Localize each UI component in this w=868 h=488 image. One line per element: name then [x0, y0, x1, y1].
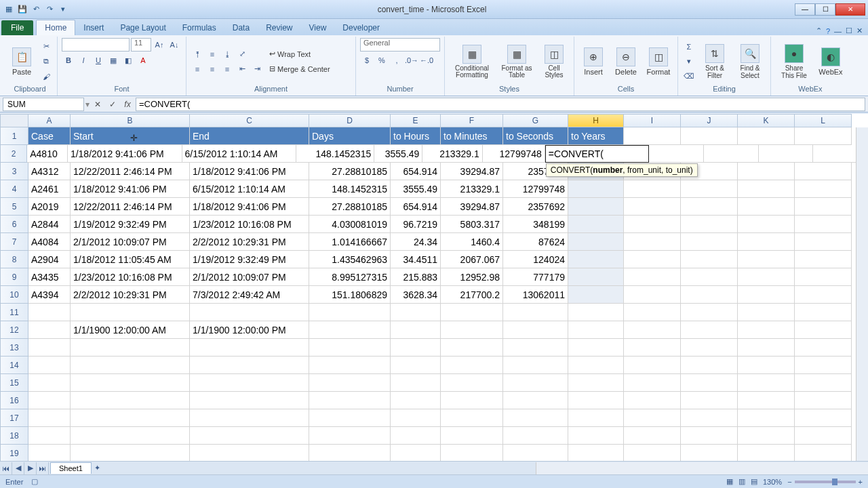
font-size-combo[interactable]: 11 — [131, 38, 151, 52]
cell-I1[interactable] — [624, 127, 681, 145]
cell-D14[interactable] — [309, 357, 391, 374]
cell-H14[interactable] — [568, 357, 624, 374]
cell-J13[interactable] — [681, 339, 738, 357]
cell-L8[interactable] — [795, 251, 852, 268]
cell-J5[interactable] — [681, 198, 738, 216]
row-header[interactable]: 19 — [0, 445, 28, 461]
cell-B12[interactable]: 1/1/1900 12:00:00 AM — [71, 321, 190, 339]
cell-K11[interactable] — [738, 304, 795, 321]
column-header-G[interactable]: G — [503, 114, 568, 127]
cell-A3[interactable]: A4312 — [28, 163, 71, 180]
cell-G6[interactable]: 348199 — [503, 216, 568, 233]
align-middle-icon[interactable]: ≡ — [205, 47, 219, 61]
cell-H8[interactable] — [568, 251, 624, 268]
cell-G8[interactable]: 124024 — [503, 251, 568, 268]
cell-G1[interactable]: to Seconds — [503, 127, 568, 145]
cell-H12[interactable] — [568, 321, 624, 339]
cell-G17[interactable] — [503, 409, 568, 427]
cell-D13[interactable] — [309, 339, 391, 357]
align-top-icon[interactable]: ⭱ — [191, 47, 204, 61]
copy-icon[interactable]: ⧉ — [39, 55, 53, 68]
sheet-nav-last-icon[interactable]: ⏭ — [37, 462, 49, 474]
align-right-icon[interactable]: ≡ — [220, 62, 234, 76]
column-header-A[interactable]: A — [28, 114, 71, 127]
zoom-out-icon[interactable]: − — [787, 478, 791, 486]
sheet-tab[interactable]: Sheet1 — [50, 462, 92, 474]
column-header-F[interactable]: F — [441, 114, 503, 127]
cell-E5[interactable]: 654.914 — [391, 198, 441, 216]
cell-C8[interactable]: 1/19/2012 9:32:49 PM — [190, 251, 309, 268]
cell-L16[interactable] — [795, 392, 852, 409]
cell-F19[interactable] — [441, 445, 503, 461]
cell-B8[interactable]: 1/18/2012 11:05:45 AM — [71, 251, 190, 268]
decrease-decimal-icon[interactable]: ←.0 — [420, 54, 433, 67]
cell-G15[interactable] — [503, 374, 568, 392]
format-cells-button[interactable]: ◫Format — [644, 46, 673, 77]
cell-A14[interactable] — [28, 357, 71, 374]
cell-I18[interactable] — [624, 427, 681, 445]
workbook-minimize-icon[interactable]: — — [834, 27, 842, 35]
macro-icon[interactable]: ▢ — [31, 477, 38, 486]
select-all-corner[interactable] — [0, 114, 28, 127]
cell-H18[interactable] — [568, 427, 624, 445]
font-name-combo[interactable] — [62, 38, 130, 52]
cell-K9[interactable] — [738, 268, 795, 286]
increase-decimal-icon[interactable]: .0→ — [405, 54, 418, 67]
new-sheet-icon[interactable]: ✦ — [94, 464, 100, 472]
sheet-nav-next-icon[interactable]: ▶ — [24, 462, 37, 474]
cell-G4[interactable]: 12799748 — [503, 180, 568, 198]
cell-K6[interactable] — [738, 216, 795, 233]
view-pagebreak-icon[interactable]: ▤ — [751, 477, 757, 486]
cell-G19[interactable] — [503, 445, 568, 461]
cell-K16[interactable] — [738, 392, 795, 409]
cell-B3[interactable]: 12/22/2011 2:46:14 PM — [71, 163, 190, 180]
formulas-tab[interactable]: Formulas — [174, 20, 224, 35]
cell-I10[interactable] — [624, 286, 681, 304]
cell-K5[interactable] — [738, 198, 795, 216]
wrap-text-button[interactable]: ↩Wrap Text — [267, 47, 333, 61]
cell-A2[interactable]: A4810 — [27, 145, 68, 163]
cell-J12[interactable] — [681, 321, 738, 339]
cell-A18[interactable] — [28, 427, 71, 445]
row-header[interactable]: 10 — [0, 286, 28, 304]
cell-F4[interactable]: 213329.1 — [441, 180, 503, 198]
cell-B10[interactable]: 2/2/2012 10:29:31 PM — [71, 286, 190, 304]
view-tab[interactable]: View — [301, 20, 335, 35]
cell-B9[interactable]: 1/23/2012 10:16:08 PM — [71, 268, 190, 286]
row-header[interactable]: 5 — [0, 198, 28, 216]
cell-A6[interactable]: A2844 — [28, 216, 71, 233]
number-format-combo[interactable]: General — [360, 38, 440, 52]
cell-F15[interactable] — [441, 374, 503, 392]
cell-L6[interactable] — [795, 216, 852, 233]
cell-K13[interactable] — [738, 339, 795, 357]
cell-E13[interactable] — [391, 339, 441, 357]
cell-D9[interactable]: 8.995127315 — [309, 268, 391, 286]
cell-L7[interactable] — [795, 233, 852, 251]
cell-G14[interactable] — [503, 357, 568, 374]
cell-H6[interactable] — [568, 216, 624, 233]
cell-B15[interactable] — [71, 374, 190, 392]
cell-J6[interactable] — [681, 216, 738, 233]
help-icon[interactable]: ? — [826, 27, 830, 35]
row-header[interactable]: 17 — [0, 409, 28, 427]
cell-C10[interactable]: 7/3/2012 2:49:42 AM — [190, 286, 309, 304]
row-header[interactable]: 1 — [0, 127, 28, 145]
cell-K19[interactable] — [738, 445, 795, 461]
cell-C11[interactable] — [190, 304, 309, 321]
cell-D2[interactable]: 148.1452315 — [296, 145, 374, 163]
cell-E1[interactable]: to Hours — [391, 127, 441, 145]
cell-L9[interactable] — [795, 268, 852, 286]
row-header[interactable]: 15 — [0, 374, 28, 392]
cell-A13[interactable] — [28, 339, 71, 357]
cell-B16[interactable] — [71, 392, 190, 409]
cell-B18[interactable] — [71, 427, 190, 445]
cell-C2[interactable]: 6/15/2012 1:10:14 AM — [182, 145, 297, 163]
align-center-icon[interactable]: ≡ — [205, 62, 219, 76]
cell-L10[interactable] — [795, 286, 852, 304]
cell-I4[interactable] — [624, 180, 681, 198]
row-header[interactable]: 4 — [0, 180, 28, 198]
merge-center-button[interactable]: ⊟Merge & Center — [267, 62, 333, 76]
home-tab[interactable]: Home — [36, 20, 75, 35]
column-header-K[interactable]: K — [738, 114, 795, 127]
cell-F13[interactable] — [441, 339, 503, 357]
